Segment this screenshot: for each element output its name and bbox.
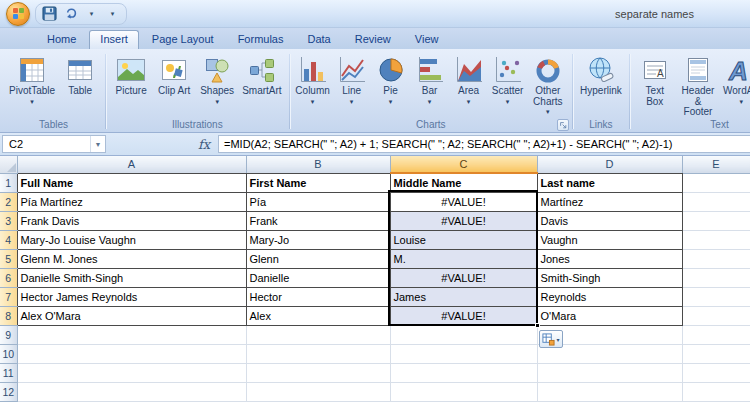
fill-handle[interactable]	[535, 323, 540, 328]
row-header[interactable]: 4	[0, 230, 17, 249]
cell[interactable]	[17, 363, 246, 382]
insert-function-button[interactable]: fx	[190, 135, 218, 153]
cell[interactable]	[537, 363, 682, 382]
cell[interactable]	[246, 325, 390, 344]
row-header[interactable]: 8	[0, 306, 17, 325]
cell[interactable]: Glenn	[246, 249, 390, 268]
cell[interactable]: Reynolds	[537, 287, 682, 306]
picture-button[interactable]: Picture	[110, 52, 152, 118]
formula-input[interactable]: =MID(A2; SEARCH(" "; A2) + 1; SEARCH(" "…	[218, 135, 750, 153]
cell[interactable]: #VALUE!	[390, 211, 537, 230]
auto-fill-options-button[interactable]: ▾	[539, 330, 563, 348]
cell[interactable]: #VALUE!	[390, 306, 537, 325]
other-charts-button[interactable]: Other Charts ▾	[528, 52, 568, 118]
row-header[interactable]: 1	[0, 173, 17, 192]
undo-button[interactable]	[61, 5, 80, 23]
customize-qat-button[interactable]: ▾	[103, 5, 122, 23]
cell[interactable]: Jones	[537, 249, 682, 268]
clip-art-button[interactable]: Clip Art	[153, 52, 195, 118]
area-chart-button[interactable]: Area ▾	[450, 52, 488, 118]
cell[interactable]: Pía Martínez	[17, 192, 246, 211]
cell[interactable]	[682, 249, 750, 268]
column-header[interactable]: B	[246, 156, 390, 173]
cell[interactable]: Alex	[246, 306, 390, 325]
cell[interactable]: Mary-Jo Louise Vaughn	[17, 230, 246, 249]
cell[interactable]: Hector James Reynolds	[17, 287, 246, 306]
column-header[interactable]: A	[17, 156, 246, 173]
active-cell[interactable]: #VALUE!	[390, 192, 537, 211]
cell[interactable]: Last name	[537, 173, 682, 192]
bar-chart-button[interactable]: Bar ▾	[411, 52, 449, 118]
tab-insert[interactable]: Insert	[89, 30, 139, 49]
cell[interactable]: Danielle Smith-Singh	[17, 268, 246, 287]
cell[interactable]	[682, 382, 750, 401]
cell[interactable]	[682, 211, 750, 230]
row-header[interactable]: 3	[0, 211, 17, 230]
cell[interactable]	[682, 230, 750, 249]
select-all-corner[interactable]	[0, 156, 17, 173]
scatter-chart-button[interactable]: Scatter ▾	[489, 52, 527, 118]
cell[interactable]: Louise	[390, 230, 537, 249]
pivottable-button[interactable]: PivotTable ▾	[6, 52, 58, 118]
cell[interactable]: James	[390, 287, 537, 306]
wordart-button[interactable]: A WordArt ▾	[720, 52, 750, 118]
cell[interactable]: Hector	[246, 287, 390, 306]
cell[interactable]	[17, 344, 246, 363]
text-box-button[interactable]: A Text Box	[634, 52, 676, 118]
name-box-dropdown-icon[interactable]: ▼	[90, 136, 105, 152]
cell[interactable]	[537, 382, 682, 401]
cell[interactable]: Martínez	[537, 192, 682, 211]
cell[interactable]	[246, 363, 390, 382]
cell[interactable]	[682, 287, 750, 306]
cell[interactable]	[682, 268, 750, 287]
cell[interactable]: Frank Davis	[17, 211, 246, 230]
row-header[interactable]: 6	[0, 268, 17, 287]
tab-page-layout[interactable]: Page Layout	[141, 30, 225, 49]
row-header[interactable]: 7	[0, 287, 17, 306]
tab-formulas[interactable]: Formulas	[227, 30, 295, 49]
save-button[interactable]	[40, 5, 59, 23]
charts-dialog-launcher[interactable]	[557, 119, 569, 131]
cell[interactable]	[390, 382, 537, 401]
cell[interactable]: Full Name	[17, 173, 246, 192]
cell[interactable]: Davis	[537, 211, 682, 230]
cell[interactable]: Mary-Jo	[246, 230, 390, 249]
cell[interactable]	[17, 382, 246, 401]
tab-review[interactable]: Review	[344, 30, 402, 49]
hyperlink-button[interactable]: Hyperlink	[577, 52, 625, 118]
column-chart-button[interactable]: Column ▾	[294, 52, 332, 118]
row-header[interactable]: 12	[0, 382, 17, 401]
row-header[interactable]: 10	[0, 344, 17, 363]
cell[interactable]: Alex O'Mara	[17, 306, 246, 325]
cell[interactable]	[390, 363, 537, 382]
row-header[interactable]: 5	[0, 249, 17, 268]
row-header[interactable]: 2	[0, 192, 17, 211]
cell[interactable]: #VALUE!	[390, 268, 537, 287]
cell[interactable]	[682, 192, 750, 211]
cell[interactable]: O'Mara	[537, 306, 682, 325]
table-button[interactable]: Table	[59, 52, 101, 118]
cell[interactable]: Middle Name	[390, 173, 537, 192]
row-header[interactable]: 9	[0, 325, 17, 344]
header-footer-button[interactable]: Header & Footer	[677, 52, 720, 118]
cell[interactable]	[682, 344, 750, 363]
cell[interactable]: M.	[390, 249, 537, 268]
row-header[interactable]: 11	[0, 363, 17, 382]
cell[interactable]: Smith-Singh	[537, 268, 682, 287]
name-box[interactable]: C2 ▼	[2, 135, 106, 153]
cell[interactable]: Danielle	[246, 268, 390, 287]
column-header-selected[interactable]: C	[390, 156, 537, 173]
cell[interactable]: Pía	[246, 192, 390, 211]
cell[interactable]	[390, 325, 537, 344]
cell[interactable]	[246, 382, 390, 401]
office-button[interactable]	[6, 2, 30, 26]
column-header[interactable]: E	[682, 156, 750, 173]
pie-chart-button[interactable]: Pie ▾	[372, 52, 410, 118]
cell[interactable]	[682, 325, 750, 344]
undo-dropdown[interactable]: ▾	[82, 5, 101, 23]
cell[interactable]: First Name	[246, 173, 390, 192]
smartart-button[interactable]: SmartArt	[239, 52, 284, 118]
cell[interactable]	[246, 344, 390, 363]
shapes-button[interactable]: Shapes ▾	[196, 52, 238, 118]
tab-data[interactable]: Data	[296, 30, 341, 49]
